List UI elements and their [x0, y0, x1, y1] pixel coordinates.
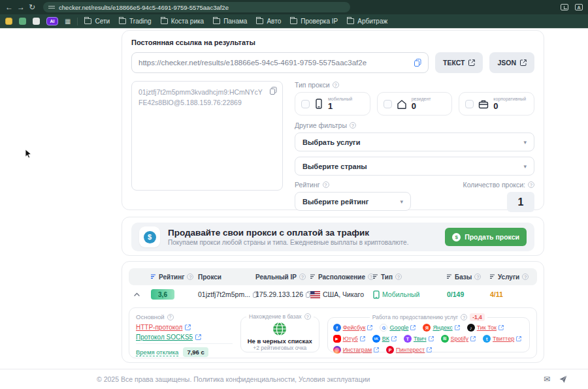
bookmark-yellow-icon[interactable]: [5, 18, 12, 25]
bookmark-ai-badge[interactable]: AI: [46, 17, 58, 25]
info-icon[interactable]: [333, 82, 339, 88]
bookmark-white-icon[interactable]: [33, 18, 40, 25]
service-link[interactable]: Фейсбук: [343, 324, 366, 331]
service-item: Тик Ток: [467, 324, 504, 332]
external-link-icon[interactable]: [516, 336, 521, 341]
info-icon[interactable]: [528, 181, 534, 188]
external-link-icon[interactable]: [427, 347, 432, 352]
address-bar[interactable]: checker.net/results/e18866e5-94c5-4691-9…: [43, 2, 350, 12]
sort-icon[interactable]: [373, 274, 378, 279]
service-item: Фейсбук: [333, 324, 373, 332]
house-icon: [397, 99, 407, 109]
service-link[interactable]: Твиттер: [493, 335, 514, 342]
checkbox[interactable]: [465, 100, 474, 108]
info-icon[interactable]: [299, 273, 306, 280]
bookmark-folder[interactable]: Сети: [84, 18, 110, 25]
services-select[interactable]: Выбрать услуги ▾: [295, 132, 534, 151]
sort-icon[interactable]: [310, 274, 316, 279]
translate-icon[interactable]: [575, 4, 583, 10]
external-link-icon[interactable]: [498, 325, 504, 330]
external-link-icon[interactable]: [391, 336, 397, 341]
info-icon[interactable]: [323, 181, 329, 188]
service-link[interactable]: Пинтерест: [396, 347, 425, 353]
service-link[interactable]: Spotify: [451, 335, 469, 342]
json-button-label: JSON: [497, 59, 516, 67]
external-link-icon[interactable]: [360, 336, 365, 341]
external-link-icon[interactable]: [185, 324, 191, 330]
info-icon[interactable]: [187, 273, 193, 280]
folder-icon: [119, 18, 126, 24]
header-proxy: Прокси: [198, 273, 221, 281]
service-link[interactable]: Тик Ток: [477, 324, 497, 331]
external-link-icon[interactable]: [429, 336, 434, 341]
info-icon[interactable]: [522, 273, 529, 280]
mobile-icon: [314, 99, 323, 109]
service-link[interactable]: Яндекс: [433, 324, 452, 331]
back-icon[interactable]: ←: [5, 3, 13, 11]
sort-icon[interactable]: [447, 274, 452, 279]
sort-icon[interactable]: [490, 274, 495, 279]
proxy-type-label-text: Тип прокси: [295, 81, 330, 89]
external-link-icon[interactable]: [455, 325, 460, 330]
countries-select[interactable]: Выберите страны ▾: [295, 157, 534, 176]
info-icon[interactable]: [395, 273, 402, 280]
rating-label: Рейтинг: [295, 181, 411, 189]
type-filter-resident[interactable]: резидент 0: [377, 92, 453, 116]
checkbox[interactable]: [384, 100, 392, 108]
forward-icon[interactable]: →: [17, 3, 25, 11]
info-icon[interactable]: [304, 313, 311, 320]
header-bases[interactable]: Базы: [455, 273, 472, 281]
mail-icon[interactable]: ✉: [544, 375, 550, 384]
sort-icon[interactable]: [151, 274, 156, 279]
external-link-icon[interactable]: [367, 325, 372, 330]
info-icon[interactable]: [350, 122, 356, 129]
rating-select[interactable]: Выберите рейтинг ▾: [295, 192, 411, 211]
bookmark-folder[interactable]: Trading: [119, 18, 152, 25]
sell-proxies-button[interactable]: Продать прокси: [445, 228, 527, 246]
copy-icon[interactable]: [414, 59, 421, 67]
json-button[interactable]: JSON: [489, 52, 534, 73]
collapse-row-icon[interactable]: [134, 292, 140, 296]
bookmark-green-icon[interactable]: [19, 18, 26, 25]
service-link[interactable]: Инстаграм: [343, 347, 372, 353]
site-settings-icon[interactable]: [48, 5, 55, 10]
checkbox[interactable]: [301, 100, 310, 108]
service-link[interactable]: ВК: [382, 335, 389, 342]
permalink-input[interactable]: [139, 59, 409, 67]
copy-icon[interactable]: [270, 87, 277, 95]
reload-icon[interactable]: ↻: [29, 3, 35, 11]
info-icon[interactable]: [461, 314, 467, 320]
external-link-icon[interactable]: [374, 347, 379, 352]
bookmark-folder[interactable]: Авто: [256, 18, 281, 25]
external-link-icon[interactable]: [410, 325, 416, 330]
apps-grid-icon[interactable]: ▦: [65, 18, 71, 25]
text-button[interactable]: ТЕКСТ: [435, 52, 483, 73]
info-icon[interactable]: [474, 273, 481, 280]
info-icon[interactable]: [167, 314, 174, 320]
proxy-list-textarea[interactable]: 01jztfj7t2m5pmm3kvadhcjm9:HCmNYcYFE42s8B…: [131, 81, 283, 191]
http-protocol-link[interactable]: HTTP-протокол: [136, 324, 182, 331]
filters-panel: Тип прокси мобильный 1: [295, 81, 534, 212]
telegram-icon[interactable]: [559, 375, 567, 383]
bookmark-folder[interactable]: Проверка IP: [290, 18, 338, 25]
header-type[interactable]: Тип: [381, 273, 393, 281]
external-link-icon[interactable]: [195, 334, 201, 340]
service-icon: [380, 324, 387, 332]
service-item: Инстаграм: [333, 346, 379, 354]
type-filter-mobile[interactable]: мобильный 1: [295, 92, 370, 116]
socks5-protocol-link[interactable]: Протокол SOCKS5: [136, 334, 193, 341]
service-link[interactable]: Твич: [414, 335, 427, 342]
service-link[interactable]: Ютуб: [343, 335, 358, 342]
bookmark-folder[interactable]: Арбитраж: [347, 18, 387, 25]
folder-icon: [256, 18, 263, 24]
cast-icon[interactable]: [561, 4, 568, 10]
header-services[interactable]: Услуги: [498, 273, 519, 281]
header-rating[interactable]: Рейтинг: [159, 273, 184, 281]
service-link[interactable]: Google: [389, 324, 408, 331]
header-location[interactable]: Расположение: [318, 273, 365, 281]
bookmark-folder[interactable]: Панама: [213, 18, 247, 25]
bookmark-folder[interactable]: Коста рика: [161, 18, 204, 25]
external-link-icon[interactable]: [470, 336, 476, 341]
dollar-icon: [452, 233, 461, 241]
type-filter-corporate[interactable]: корпоративный 0: [459, 92, 534, 116]
